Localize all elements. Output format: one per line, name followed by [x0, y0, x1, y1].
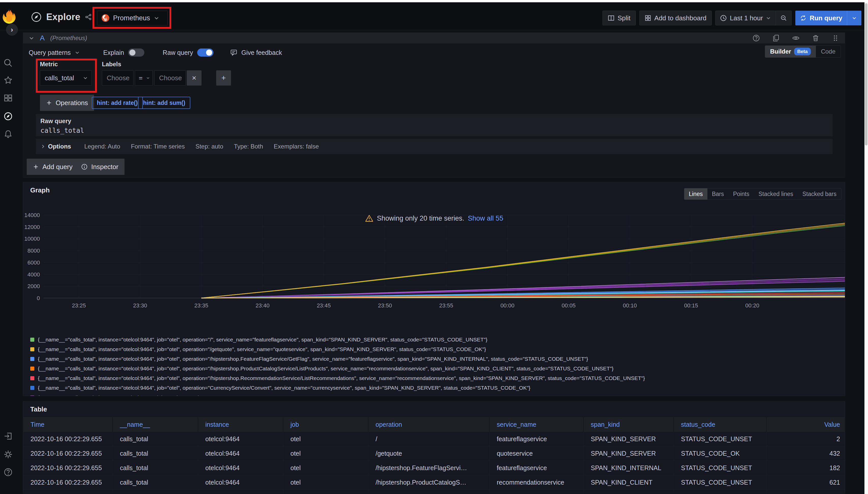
table-cell: 2022-10-16 00:22:29.655 [23, 432, 113, 446]
collapse-chevron-icon[interactable] [29, 35, 34, 41]
option-summary-item: Step: auto [195, 143, 223, 150]
column-header-span-kind[interactable]: span_kind [584, 417, 674, 432]
legend-item[interactable]: {__name__="calls_total", instance="otelc… [30, 383, 838, 393]
option-summary-item: Legend: Auto [84, 143, 120, 150]
column-header-instance[interactable]: instance [198, 417, 283, 432]
sign-in-icon[interactable] [3, 432, 13, 441]
table-cell: otel [283, 490, 368, 494]
graph-mode-bars[interactable]: Bars [707, 188, 728, 200]
y-axis-tick-label: 6000 [28, 260, 40, 266]
split-button[interactable]: Split [602, 11, 636, 25]
graph-panel-title: Graph [30, 186, 50, 194]
graph-mode-lines[interactable]: Lines [684, 188, 707, 200]
query-datasource-hint: (Prometheus) [50, 35, 87, 42]
metric-label: Metric [40, 61, 58, 68]
legend-item[interactable]: {__name__="calls_total", instance="otelc… [30, 344, 838, 354]
remove-query-trash-icon[interactable] [812, 34, 819, 42]
column-header-status-code[interactable]: status_code [674, 417, 766, 432]
table-panel: Table Time__name__instancejoboperationse… [23, 401, 845, 494]
label-operator-select[interactable]: = [135, 70, 153, 86]
table-cell: /hipstershop.ProductCatalogS… [368, 475, 490, 490]
duplicate-query-icon[interactable] [772, 34, 780, 42]
legend-item[interactable]: {__name__="calls_total", instance="otelc… [30, 374, 838, 383]
run-query-dropdown[interactable] [847, 11, 862, 25]
column-header-value[interactable]: Value [766, 417, 845, 432]
column-header-operation[interactable]: operation [368, 417, 490, 432]
x-axis-tick-label: 00:00 [500, 302, 514, 309]
dashboards-icon[interactable] [3, 93, 13, 102]
search-icon[interactable] [3, 58, 13, 68]
remove-label-filter-button[interactable]: × [187, 70, 201, 86]
disable-query-eye-icon[interactable] [792, 34, 800, 42]
legend-item[interactable]: {__name__="calls_total", instance="otelc… [30, 393, 838, 396]
graph-mode-stacked-bars[interactable]: Stacked bars [798, 188, 841, 200]
label-key-select[interactable]: Choose [102, 70, 133, 86]
code-tab[interactable]: Code [816, 46, 840, 57]
scrollbar-thumb[interactable] [865, 3, 868, 146]
run-query-button[interactable]: Run query [795, 11, 862, 25]
table-cell: featureflagservice [490, 461, 584, 475]
explore-header: Explore [31, 10, 92, 24]
column-header--name-[interactable]: __name__ [113, 417, 198, 432]
legend-item[interactable]: {__name__="calls_total", instance="otelc… [30, 364, 838, 374]
table-cell: SPAN_KIND_SERVER [584, 432, 674, 446]
option-summary-item: Exemplars: false [274, 143, 319, 150]
legend-item[interactable]: {__name__="calls_total", instance="otelc… [30, 335, 838, 344]
grafana-logo-icon[interactable] [2, 8, 16, 25]
x-axis-tick-label: 23:30 [133, 302, 147, 309]
metric-select[interactable]: calls_total [40, 70, 92, 86]
column-header-service-name[interactable]: service_name [490, 417, 584, 432]
label-value-select[interactable]: Choose [154, 70, 186, 86]
settings-gear-icon[interactable] [3, 450, 13, 459]
explain-toggle[interactable] [128, 49, 144, 57]
legend-color-swatch [30, 338, 34, 342]
column-header-time[interactable]: Time [23, 417, 113, 432]
drag-handle-icon[interactable] [832, 34, 839, 42]
give-feedback-link[interactable]: Give feedback [241, 49, 282, 56]
legend-item[interactable]: {__name__="calls_total", instance="otelc… [30, 354, 838, 364]
table-cell: / [368, 432, 490, 446]
editor-mode-switch: Builder Beta Code [765, 45, 841, 58]
builder-tab[interactable]: Builder Beta [765, 46, 816, 57]
hint-add-sum-button[interactable]: hint: add sum() [138, 97, 190, 109]
raw-query-preview: Raw query calls_total [36, 114, 833, 136]
zoom-out-time-button[interactable] [776, 11, 792, 25]
table-cell: calls_total [113, 432, 198, 446]
share-icon[interactable] [85, 14, 92, 21]
plus-icon [33, 164, 39, 170]
time-range-picker[interactable]: Last 1 hour [716, 11, 776, 25]
table-cell: otelcol:9464 [198, 490, 283, 494]
alerting-bell-icon[interactable] [3, 130, 13, 139]
table-cell: STATUS_CODE_UNSET [674, 461, 766, 475]
x-axis-tick-label: 23:50 [378, 302, 392, 309]
help-icon[interactable] [3, 468, 13, 477]
y-axis-tick-label: 2000 [28, 283, 40, 289]
datasource-picker[interactable]: Prometheus [97, 11, 168, 25]
add-operation-button[interactable]: Operations [40, 95, 94, 111]
table-cell: calls_total [113, 446, 198, 461]
explore-nav-icon[interactable] [3, 112, 13, 121]
add-query-button[interactable]: Add query [27, 159, 79, 175]
starred-icon[interactable] [3, 76, 13, 85]
column-header-job[interactable]: job [283, 417, 368, 432]
query-help-icon[interactable] [753, 34, 760, 42]
page-scrollbar[interactable] [865, 2, 868, 494]
add-to-dashboard-button[interactable]: Add to dashboard [639, 11, 712, 25]
time-series-chart[interactable]: 0200040006000800010000120001400023:2523:… [23, 210, 845, 311]
compass-icon [31, 12, 42, 22]
options-label: Options [48, 143, 71, 150]
query-options-bar[interactable]: Options Legend: AutoFormat: Time seriesS… [36, 139, 833, 154]
add-label-filter-button[interactable]: + [216, 70, 231, 86]
query-row-header[interactable]: A (Prometheus) [23, 33, 845, 43]
raw-query-toggle[interactable] [197, 49, 214, 57]
clock-icon [720, 15, 727, 21]
query-patterns-dropdown[interactable]: Query patterns [29, 49, 71, 56]
graph-mode-points[interactable]: Points [728, 188, 754, 200]
hint-add-rate-button[interactable]: hint: add rate() [92, 97, 143, 109]
inspector-button[interactable]: Inspector [75, 159, 125, 175]
sidebar-expand-button[interactable]: › [6, 24, 18, 36]
graph-mode-stacked-lines[interactable]: Stacked lines [754, 188, 798, 200]
option-summary-item: Format: Time series [131, 143, 185, 150]
table-cell: SPAN_KIND_SERVER [584, 446, 674, 461]
query-toolbar: Query patterns Explain Raw query Give fe… [29, 47, 282, 58]
